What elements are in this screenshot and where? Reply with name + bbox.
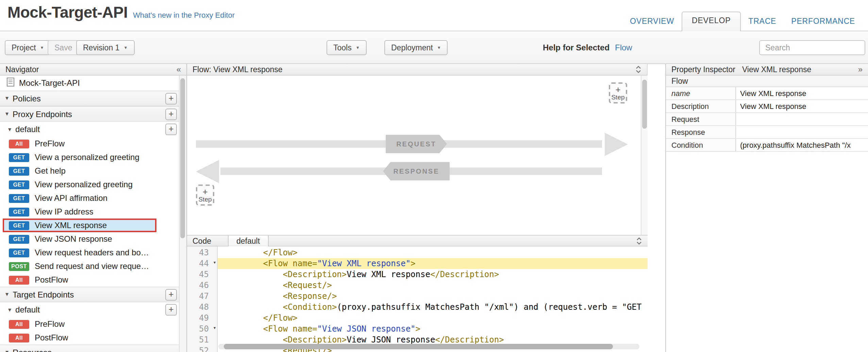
nav-section-resources[interactable]: ▾Resources [0, 345, 179, 352]
revision-button[interactable]: Revision 1 ▼ [76, 40, 134, 55]
whats-new-link[interactable]: What's new in the Proxy Editor [133, 11, 235, 19]
nav-flow-view-ip-address[interactable]: GETView IP address [0, 205, 179, 219]
scrollbar-thumb[interactable] [224, 344, 613, 349]
nav-flow-preflow[interactable]: AllPreFlow [0, 137, 179, 150]
line-number: 48 [187, 302, 218, 313]
nav-flow-label: PostFlow [35, 333, 68, 342]
navigator-rows: Mock-Target-API▾Policies+▾Proxy Endpoint… [0, 76, 179, 352]
nav-flow-view-xml-response[interactable]: GETView XML response [3, 219, 156, 232]
nav-flow-view-a-personalized-greeting[interactable]: GETView a personalized greeting [0, 150, 179, 164]
nav-flow-view-personalized-greeting[interactable]: GETView personalized greeting [0, 178, 179, 191]
navigator-title: Navigator [5, 65, 39, 74]
code-line[interactable]: 50▾ <Flow name="View JSON response"> [187, 323, 648, 334]
nav-flow-preflow[interactable]: AllPreFlow [0, 317, 179, 331]
nav-label: Proxy Endpoints [13, 109, 72, 119]
line-number: 45 [187, 269, 218, 280]
horizontal-scrollbar[interactable] [218, 344, 639, 349]
project-button[interactable]: Project ▼ [5, 40, 51, 55]
code-editor[interactable]: 43 </Flow>44▾ <Flow name="View XML respo… [187, 246, 648, 352]
collapse-expand-icon[interactable] [635, 65, 641, 74]
response-label: RESPONSE [383, 162, 450, 180]
code-line[interactable]: 49 </Flow> [187, 313, 648, 323]
code-line[interactable]: 48 <Condition>(proxy.pathsuffix MatchesP… [187, 302, 648, 313]
app-header: Mock-Target-API What's new in the Proxy … [0, 0, 868, 31]
add-button[interactable]: + [165, 93, 177, 104]
pi-section-label: Flow [666, 76, 868, 87]
tab-performance[interactable]: PERFORMANCE [784, 13, 863, 31]
collapse-left-icon[interactable]: « [177, 65, 181, 74]
nav-flow-view-request-headers-and-bo[interactable]: GETView request headers and bo… [0, 246, 179, 259]
method-badge: GET [9, 235, 29, 243]
nav-section-proxy-endpoints[interactable]: ▾Proxy Endpoints+ [0, 106, 179, 122]
nav-flow-view-api-affirmation[interactable]: GETView API affirmation [0, 191, 179, 205]
expand-right-icon[interactable]: » [858, 65, 863, 74]
nav-endpoint-default[interactable]: ▾default+ [0, 122, 179, 137]
line-number: 43 [187, 247, 218, 258]
method-badge: GET [9, 166, 29, 175]
method-badge: GET [9, 194, 29, 203]
nav-flow-send-request-and-view-reque[interactable]: POSTSend request and view reque… [0, 259, 179, 273]
property-value[interactable] [736, 126, 868, 138]
code-line[interactable]: 45 <Description>View XML response</Descr… [187, 269, 648, 280]
line-number: 51 [187, 334, 218, 345]
add-step-button[interactable]: + Step [609, 82, 627, 103]
add-step-button[interactable]: + Step [196, 185, 214, 206]
caret-down-icon[interactable]: ▾ [5, 95, 9, 101]
step-label: Step [198, 195, 212, 203]
code-line[interactable]: 46 <Request/> [187, 280, 648, 291]
request-arrow-icon [605, 133, 628, 156]
nav-flow-postflow[interactable]: AllPostFlow [0, 273, 179, 287]
code-line[interactable]: 47 <Response/> [187, 291, 648, 302]
caret-down-icon[interactable]: ▾ [5, 349, 9, 352]
property-value[interactable]: View XML response [736, 100, 868, 112]
nav-flow-postflow[interactable]: AllPostFlow [0, 331, 179, 345]
plus-icon: + [615, 85, 620, 93]
nav-flow-label: View IP address [35, 207, 94, 217]
nav-section-policies[interactable]: ▾Policies+ [0, 91, 179, 106]
search-input[interactable] [759, 40, 865, 55]
add-button[interactable]: + [165, 124, 177, 135]
caret-down-icon[interactable]: ▾ [8, 126, 11, 132]
scrollbar-thumb[interactable] [642, 80, 647, 129]
navigator-header: Navigator « [0, 64, 186, 76]
code-line[interactable]: 43 </Flow> [187, 247, 648, 258]
nav-bundle-item[interactable]: Mock-Target-API [0, 76, 179, 91]
property-value[interactable]: View XML response [736, 87, 868, 99]
tab-trace[interactable]: TRACE [741, 13, 784, 31]
tab-overview[interactable]: OVERVIEW [622, 13, 682, 31]
flow-scrollbar[interactable] [641, 76, 648, 235]
property-value[interactable] [736, 113, 868, 125]
tools-button[interactable]: Tools ▼ [327, 40, 367, 55]
add-button[interactable]: + [165, 304, 177, 316]
nav-label: Target Endpoints [13, 290, 74, 299]
caret-down-icon[interactable]: ▾ [5, 291, 9, 298]
code-tab-default[interactable]: default [228, 235, 269, 246]
scrollbar-thumb[interactable] [180, 78, 185, 238]
response-arrow-icon [196, 160, 219, 183]
property-label: Request [666, 113, 736, 125]
add-button[interactable]: + [165, 289, 177, 300]
collapse-expand-icon[interactable] [636, 237, 642, 245]
caret-down-icon[interactable]: ▾ [5, 111, 9, 117]
nav-flow-get-help[interactable]: GETGet help [0, 164, 179, 178]
nav-section-target-endpoints[interactable]: ▾Target Endpoints+ [0, 287, 179, 302]
code-line[interactable]: 44▾ <Flow name="View XML response"> [187, 258, 648, 269]
property-row: Condition(proxy.pathsuffix MatchesPath "… [666, 139, 868, 152]
nav-flow-label: View personalized greeting [35, 180, 133, 189]
project-button-label: Project [12, 44, 36, 52]
tab-develop[interactable]: DEVELOP [682, 12, 741, 31]
line-number: 50▾ [187, 323, 218, 334]
navigator-scrollbar[interactable] [179, 76, 186, 352]
save-button[interactable]: Save [48, 40, 79, 55]
caret-down-icon: ▼ [437, 46, 441, 50]
fold-caret-icon[interactable]: ▾ [213, 325, 216, 331]
caret-down-icon[interactable]: ▾ [8, 307, 11, 313]
nav-endpoint-default[interactable]: ▾default+ [0, 302, 179, 317]
fold-caret-icon[interactable]: ▾ [213, 260, 216, 266]
help-flow-link[interactable]: Flow [615, 43, 632, 52]
property-value[interactable]: (proxy.pathsuffix MatchesPath "/x [736, 139, 868, 151]
flow-panel-title: Flow: View XML response [193, 65, 283, 74]
deployment-button[interactable]: Deployment ▼ [384, 40, 448, 55]
nav-flow-view-json-response[interactable]: GETView JSON response [0, 232, 179, 246]
add-button[interactable]: + [165, 108, 177, 120]
